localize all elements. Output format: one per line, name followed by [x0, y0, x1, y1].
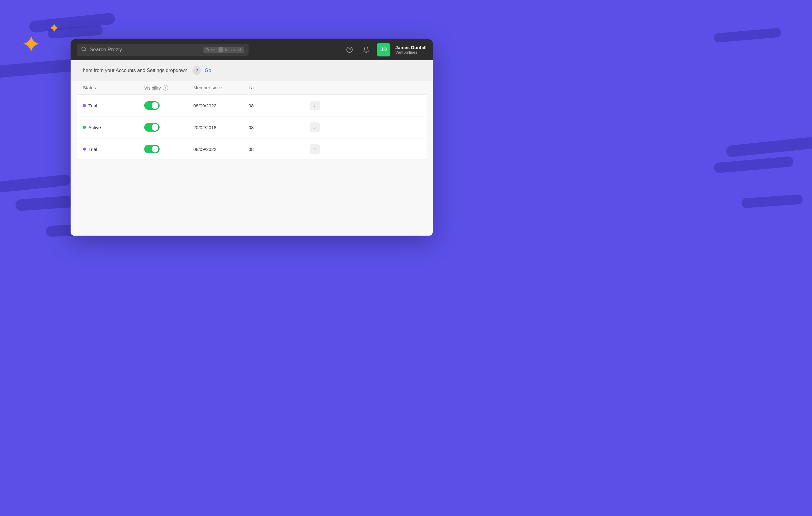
date-cell-2: 20/02/2018 [193, 125, 249, 130]
notice-text: hem from your Accounts and Settings drop… [83, 68, 189, 73]
visibility-cell-3 [144, 145, 193, 153]
navbar: Search Prezly Press / to search [70, 39, 433, 60]
visibility-toggle-3[interactable] [144, 145, 160, 153]
status-label-3: Trial [88, 147, 97, 152]
action-btn-1[interactable]: › [310, 101, 320, 111]
status-dot-trial-1 [83, 104, 86, 107]
col-last: La [249, 85, 310, 91]
date-cell-3: 08/09/2022 [193, 147, 249, 152]
notifications-button[interactable] [360, 44, 372, 56]
col-visibility: Visibility i [144, 85, 193, 91]
status-dot-active [83, 126, 86, 129]
table-header: Status Visibility i Member since La [77, 81, 427, 94]
table-container: Status Visibility i Member since La Tria… [70, 81, 433, 160]
user-name: James Dunhill [395, 45, 427, 50]
last-cell-1: 08 [249, 103, 310, 108]
visibility-cell-1 [144, 101, 193, 110]
help-button[interactable] [344, 44, 355, 56]
status-label-2: Active [88, 125, 101, 130]
star-small-icon: ✦ [49, 22, 60, 35]
toggle-knob-1 [152, 102, 158, 109]
status-cell-3: Trial [83, 147, 144, 152]
table-row: Active 20/02/2018 08 › [77, 117, 427, 138]
notice-help-icon[interactable]: ? [193, 66, 201, 75]
date-cell-1: 08/09/2022 [193, 103, 249, 108]
search-bar[interactable]: Search Prezly Press / to search [77, 44, 249, 56]
action-btn-2[interactable]: › [310, 122, 320, 132]
notice-link[interactable]: Go [205, 68, 211, 73]
navbar-actions: JD James Dunhill Vent Airlines [344, 43, 427, 56]
status-dot-trial-3 [83, 148, 86, 151]
last-cell-2: 08 [249, 125, 310, 130]
search-placeholder: Search Prezly [90, 47, 200, 53]
svg-point-0 [82, 47, 85, 51]
status-label-1: Trial [88, 103, 97, 108]
main-content: hem from your Accounts and Settings drop… [70, 60, 433, 236]
status-cell-2: Active [83, 125, 144, 130]
user-avatar-button[interactable]: JD [377, 43, 390, 56]
visibility-cell-2 [144, 123, 193, 131]
visibility-toggle-2[interactable] [144, 123, 160, 131]
app-window: Search Prezly Press / to search [70, 39, 433, 236]
table-row: Trial 08/09/2022 08 › [77, 139, 427, 160]
col-member-since: Member since [193, 85, 249, 91]
table-row: Trial 08/09/2022 08 › [77, 95, 427, 116]
toggle-knob-3 [152, 146, 158, 152]
notice-bar: hem from your Accounts and Settings drop… [70, 60, 433, 81]
slash-key: / [219, 47, 223, 53]
status-cell-1: Trial [83, 103, 144, 108]
user-org: Vent Airlines [395, 50, 427, 55]
search-icon [81, 46, 87, 53]
search-shortcut: Press / to search [203, 47, 244, 53]
col-status: Status [83, 85, 144, 91]
toggle-knob-2 [152, 124, 158, 131]
action-btn-3[interactable]: › [310, 144, 320, 154]
star-large-icon: ✦ [21, 32, 41, 57]
svg-line-1 [85, 50, 86, 51]
visibility-toggle-1[interactable] [144, 101, 160, 110]
user-info[interactable]: James Dunhill Vent Airlines [395, 45, 427, 55]
last-cell-3: 08 [249, 147, 310, 152]
visibility-info-icon[interactable]: i [163, 85, 168, 91]
